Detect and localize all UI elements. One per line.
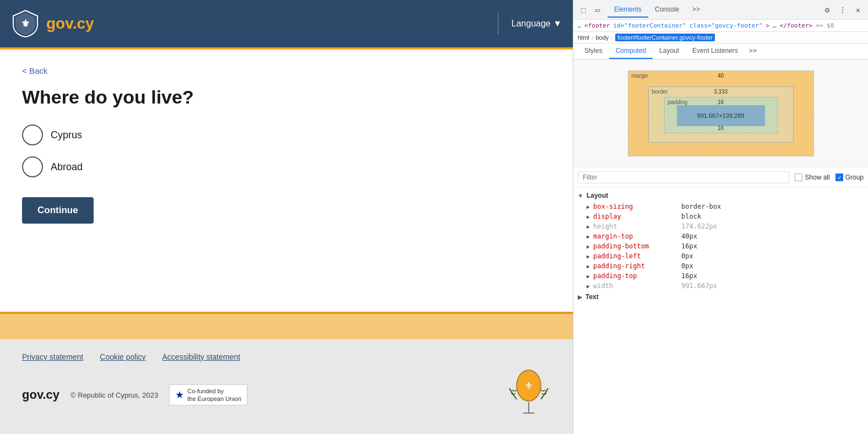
footer-crest: ⚜ (507, 369, 551, 421)
dom-ellipsis: … (773, 22, 777, 29)
prop-name-padding-left: padding-left (593, 252, 681, 260)
footer-copyright: © Republic of Cyprus, 2023 (70, 391, 158, 399)
prop-margin-top: ▶ margin-top 40px (573, 231, 868, 241)
dom-equals: == $0 (816, 22, 834, 29)
section-text[interactable]: ▶ Text (573, 291, 868, 303)
prop-value-padding-bottom: 16px (681, 242, 697, 250)
prop-arrow-padding-bottom[interactable]: ▶ (587, 243, 590, 249)
tab-console[interactable]: Console (648, 2, 686, 18)
eu-badge: ★ Co-funded bythe European Union (169, 384, 247, 406)
svg-text:⚜: ⚜ (524, 381, 533, 392)
page-title: Where do you live? (22, 86, 551, 108)
prop-box-sizing: ▶ box-sizing border-box (573, 202, 868, 211)
inspect-icon[interactable]: ⬚ (578, 4, 589, 15)
radio-label-cyprus: Cyprus (51, 129, 82, 141)
site-header: ⚜ gov.cy Language ▼ (0, 0, 573, 50)
footer-logo: gov.cy (22, 388, 59, 402)
radio-item-cyprus[interactable]: Cyprus (22, 124, 551, 145)
privacy-statement-link[interactable]: Privacy statement (22, 352, 83, 361)
toolbar-right: ⚙ ⋮ ✕ (822, 4, 864, 15)
prop-value-margin-top: 40px (681, 232, 697, 240)
show-all-checkbox-box (795, 173, 802, 181)
sub-tab-more[interactable]: >> (745, 44, 761, 59)
margin-bottom-dash: - (719, 148, 722, 154)
logo-shield-icon: ⚜ (11, 9, 40, 38)
group-label[interactable]: ✓ Group (836, 173, 864, 181)
prop-arrow-height[interactable]: ▶ (587, 224, 590, 230)
filter-bar: Show all ✓ Group (573, 168, 868, 187)
devtools-toolbar: ⬚ ▭ Elements Console >> ⚙ ⋮ ✕ (573, 0, 868, 20)
prop-arrow-box-sizing[interactable]: ▶ (587, 204, 590, 210)
language-button[interactable]: Language ▼ (512, 19, 562, 29)
prop-arrow-margin-top[interactable]: ▶ (587, 234, 590, 240)
section-text-arrow: ▶ (578, 294, 582, 300)
close-icon[interactable]: ✕ (853, 4, 864, 15)
site-main: < Back Where do you live? Cyprus Abroad … (0, 50, 573, 312)
radio-circle-abroad[interactable] (22, 156, 43, 177)
header-divider (498, 13, 498, 35)
margin-left-dash: - (631, 111, 634, 117)
dom-attr-class: class="govcy-footer" (690, 22, 762, 29)
accessibility-statement-link[interactable]: Accessibility statement (162, 352, 241, 361)
padding-left-dash: - (667, 112, 670, 118)
radio-item-abroad[interactable]: Abroad (22, 156, 551, 177)
group-checkbox-box: ✓ (836, 173, 843, 181)
padding-label: padding (668, 99, 688, 105)
prop-name-padding-top: padding-top (593, 272, 681, 280)
devtools-main-tabs: Elements Console >> (607, 2, 817, 18)
breadcrumb-sep2: › (611, 34, 613, 41)
sub-tab-event-listeners[interactable]: Event Listeners (686, 44, 745, 59)
box-model-area: margin 40 - - - border 3.333 - - padding… (573, 59, 868, 168)
prop-arrow-display[interactable]: ▶ (587, 214, 590, 220)
border-right-dash: - (787, 112, 790, 118)
eu-stars-icon: ★ (175, 389, 184, 401)
box-margin: margin 40 - - - border 3.333 - - padding… (628, 70, 814, 156)
dom-tag-footer-close: </footer> (780, 22, 813, 29)
padding-bottom-value: 16 (718, 125, 724, 131)
radio-label-abroad: Abroad (51, 161, 83, 173)
prop-name-margin-top: margin-top (593, 232, 681, 240)
tab-more[interactable]: >> (686, 2, 707, 18)
filter-input[interactable] (578, 171, 789, 183)
prop-name-display: display (593, 213, 681, 220)
logo-area: ⚜ gov.cy (11, 9, 485, 38)
continue-button[interactable]: Continue (22, 197, 94, 224)
breadcrumb-footer[interactable]: footer#footerContainer.govcy-footer (615, 34, 715, 41)
more-icon[interactable]: ⋮ (837, 4, 848, 15)
dom-tag-footer: <footer (584, 22, 610, 29)
sub-tab-layout[interactable]: Layout (653, 44, 686, 59)
tab-elements[interactable]: Elements (607, 2, 648, 18)
prop-width: ▶ width 991.667px (573, 281, 868, 291)
orange-banner (0, 312, 573, 339)
prop-arrow-padding-right[interactable]: ▶ (587, 263, 590, 269)
prop-value-box-sizing: border-box (681, 203, 721, 210)
prop-padding-top: ▶ padding-top 16px (573, 271, 868, 281)
prop-padding-left: ▶ padding-left 0px (573, 251, 868, 261)
dom-bar: … <footer id="footerContainer" class="go… (573, 20, 868, 32)
prop-arrow-width[interactable]: ▶ (587, 283, 590, 289)
device-icon[interactable]: ▭ (592, 4, 603, 15)
prop-arrow-padding-left[interactable]: ▶ (587, 253, 590, 259)
computed-styles-list: ▼ Layout ▶ box-sizing border-box ▶ displ… (573, 187, 868, 434)
settings-icon[interactable]: ⚙ (822, 4, 833, 15)
breadcrumb-html[interactable]: html (578, 34, 589, 41)
prop-value-padding-right: 0px (681, 262, 693, 270)
breadcrumb-sep1: › (592, 34, 594, 41)
section-layout[interactable]: ▼ Layout (573, 189, 868, 202)
sub-tab-styles[interactable]: Styles (578, 44, 609, 59)
show-all-label[interactable]: Show all (795, 173, 829, 181)
footer-links: Privacy statement Cookie policy Accessib… (22, 352, 551, 361)
breadcrumb-body[interactable]: body (595, 34, 609, 41)
back-link[interactable]: < Back (22, 66, 47, 75)
cookie-policy-link[interactable]: Cookie policy (100, 352, 145, 361)
toolbar-icons: ⬚ ▭ (578, 4, 603, 15)
sub-tab-computed[interactable]: Computed (609, 44, 653, 59)
prop-arrow-padding-top[interactable]: ▶ (587, 273, 590, 279)
radio-group: Cyprus Abroad (22, 124, 551, 177)
dom-expand-icon[interactable]: … (578, 23, 581, 29)
margin-right-dash: - (807, 111, 811, 117)
border-value: 3.333 (714, 89, 728, 95)
radio-circle-cyprus[interactable] (22, 124, 43, 145)
prop-name-height: height (593, 223, 681, 230)
section-text-label: Text (585, 293, 599, 301)
